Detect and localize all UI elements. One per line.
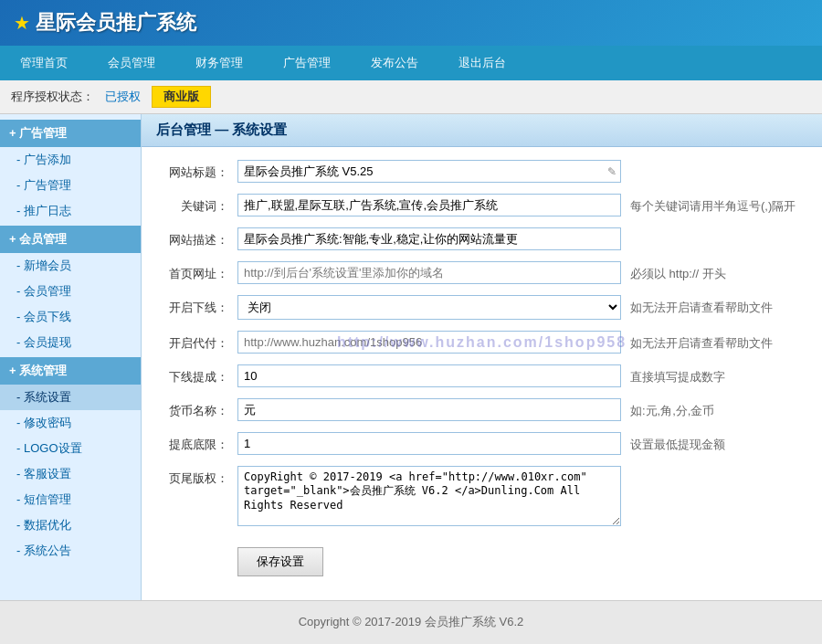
description-field-wrap (237, 227, 621, 250)
row-site-title: 网站标题： ✎ (160, 160, 804, 183)
sidebar-item-ad-add[interactable]: - 广告添加 (0, 147, 141, 173)
row-currency: 货币名称： 如:元,角,分,金币 (160, 398, 804, 421)
sidebar-section-ads: + 广告管理 - 广告添加 - 广告管理 - 推广日志 (0, 120, 141, 224)
label-currency: 货币名称： (160, 398, 237, 419)
open-hint: 如无法开启请查看帮助文件 (630, 331, 773, 352)
commission-hint: 直接填写提成数字 (630, 364, 725, 385)
label-footer: 页尾版权： (160, 466, 237, 487)
sidebar: + 广告管理 - 广告添加 - 广告管理 - 推广日志 + 会员管理 - 新增会… (0, 114, 142, 600)
sidebar-item-system-notice[interactable]: - 系统公告 (0, 538, 141, 564)
sidebar-header-system[interactable]: + 系统管理 (0, 357, 141, 385)
row-keywords: 关键词： 每个关键词请用半角逗号(,)隔开 (160, 194, 804, 216)
currency-input[interactable] (237, 398, 621, 421)
sidebar-header-member[interactable]: + 会员管理 (0, 226, 141, 253)
currency-field-wrap (237, 398, 621, 421)
row-offline: 开启下线： 关闭 开启 如无法开启请查看帮助文件 (160, 295, 804, 320)
currency-hint: 如:元,角,分,金币 (630, 398, 714, 419)
settings-form: 网站标题： ✎ 关键词： 每个关键词请用半角逗号(,)隔开 网站描述： (142, 147, 822, 600)
keywords-input[interactable] (237, 194, 621, 216)
footer-text: Copyright © 2017-2019 会员推广系统 V6.2 (299, 615, 524, 628)
site-title: 星际会员推广系统 (36, 9, 196, 37)
header: ★ 星际会员推广系统 (0, 0, 822, 46)
row-commission: 下线提成： 直接填写提成数字 (160, 364, 804, 387)
sidebar-section-system: + 系统管理 - 系统设置 - 修改密码 - LOGO设置 - 客服设置 - 短… (0, 357, 141, 564)
nav-notice[interactable]: 发布公告 (351, 46, 438, 80)
label-site-title: 网站标题： (160, 160, 237, 181)
sidebar-item-data-optimize[interactable]: - 数据优化 (0, 512, 141, 538)
row-min-withdraw: 提底底限： 设置最低提现金额 (160, 432, 804, 455)
offline-field-wrap: 关闭 开启 (237, 295, 621, 320)
site-title-field-wrap: ✎ (237, 160, 621, 183)
auth-value: 已授权 (105, 89, 141, 105)
nav-home[interactable]: 管理首页 (0, 46, 88, 80)
row-description: 网站描述： (160, 227, 804, 250)
row-open: 开启代付： 如无法开启请查看帮助文件 http://www.huzhan.com… (160, 331, 804, 354)
save-spacer (160, 540, 237, 544)
nav-finance[interactable]: 财务管理 (175, 46, 263, 80)
label-homepage: 首页网址： (160, 261, 237, 282)
label-keywords: 关键词： (160, 194, 237, 215)
content-area: 后台管理 — 系统设置 网站标题： ✎ 关键词： 每个关键词请用半角逗号(,)隔… (142, 114, 822, 600)
footer: Copyright © 2017-2019 会员推广系统 V6.2 (0, 600, 822, 643)
min-withdraw-hint: 设置最低提现金额 (630, 432, 725, 453)
auth-label: 程序授权状态： (11, 89, 94, 105)
footer-field-wrap: CopyRight © 2017-2019 <a href="http://ww… (237, 466, 621, 529)
site-title-input[interactable] (237, 160, 621, 183)
nav-logout[interactable]: 退出后台 (438, 46, 526, 80)
label-offline: 开启下线： (160, 295, 237, 316)
keywords-field-wrap (237, 194, 621, 216)
sidebar-item-sms-manage[interactable]: - 短信管理 (0, 487, 141, 512)
content-breadcrumb: 后台管理 — 系统设置 (142, 114, 822, 147)
sidebar-header-ads[interactable]: + 广告管理 (0, 120, 141, 147)
nav-ads[interactable]: 广告管理 (263, 46, 351, 80)
row-footer-copyright: 页尾版权： CopyRight © 2017-2019 <a href="htt… (160, 466, 804, 529)
offline-select[interactable]: 关闭 开启 (237, 295, 621, 320)
description-input[interactable] (237, 227, 621, 250)
commission-input[interactable] (237, 364, 621, 387)
sidebar-item-system-settings[interactable]: - 系统设置 (0, 385, 141, 410)
edition-badge: 商业版 (152, 86, 211, 108)
navbar: 管理首页 会员管理 财务管理 广告管理 发布公告 退出后台 (0, 46, 822, 80)
sidebar-item-logo-settings[interactable]: - LOGO设置 (0, 436, 141, 461)
sidebar-item-ad-manage[interactable]: - 广告管理 (0, 173, 141, 198)
main-layout: + 广告管理 - 广告添加 - 广告管理 - 推广日志 + 会员管理 - 新增会… (0, 114, 822, 600)
homepage-input[interactable] (237, 261, 621, 284)
homepage-field-wrap (237, 261, 621, 284)
label-description: 网站描述： (160, 227, 237, 248)
sidebar-item-change-password[interactable]: - 修改密码 (0, 410, 141, 436)
keywords-hint: 每个关键词请用半角逗号(,)隔开 (630, 194, 796, 215)
offline-hint: 如无法开启请查看帮助文件 (630, 295, 773, 316)
label-commission: 下线提成： (160, 364, 237, 385)
status-bar: 程序授权状态： 已授权 商业版 (0, 80, 822, 114)
sidebar-item-member-withdraw[interactable]: - 会员提现 (0, 330, 141, 355)
nav-member[interactable]: 会员管理 (88, 46, 175, 80)
row-save: 保存设置 (160, 540, 804, 576)
star-icon: ★ (14, 12, 30, 34)
label-open: 开启代付： (160, 331, 237, 352)
sidebar-item-ad-log[interactable]: - 推广日志 (0, 198, 141, 224)
open-field-wrap (237, 331, 621, 354)
open-input[interactable] (237, 331, 621, 354)
sidebar-item-customer-service[interactable]: - 客服设置 (0, 461, 141, 487)
sidebar-item-member-add[interactable]: - 新增会员 (0, 253, 141, 279)
sidebar-section-member: + 会员管理 - 新增会员 - 会员管理 - 会员下线 - 会员提现 (0, 226, 141, 355)
sidebar-item-member-offline[interactable]: - 会员下线 (0, 304, 141, 330)
edit-icon: ✎ (607, 165, 616, 178)
sidebar-item-member-manage[interactable]: - 会员管理 (0, 279, 141, 304)
save-button[interactable]: 保存设置 (237, 547, 323, 576)
min-withdraw-field-wrap (237, 432, 621, 455)
min-withdraw-input[interactable] (237, 432, 621, 455)
commission-field-wrap (237, 364, 621, 387)
label-min-withdraw: 提底底限： (160, 432, 237, 453)
row-homepage: 首页网址： 必须以 http:// 开头 (160, 261, 804, 284)
footer-textarea[interactable]: CopyRight © 2017-2019 <a href="http://ww… (237, 466, 621, 526)
homepage-hint: 必须以 http:// 开头 (630, 261, 726, 282)
